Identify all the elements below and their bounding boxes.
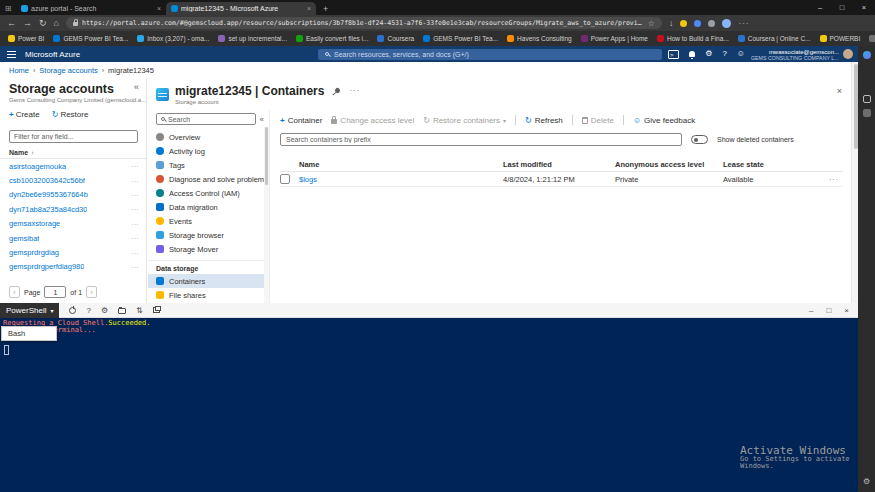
menu-item-activity-log[interactable]: Activity log — [148, 144, 269, 158]
name-column-header[interactable]: Name↑ — [0, 143, 146, 159]
window-minimize-button[interactable]: – — [809, 3, 831, 12]
sidebar-settings-gear-icon[interactable]: ⚙ — [863, 477, 870, 486]
reload-icon[interactable]: ↻ — [39, 19, 47, 28]
next-page-button[interactable]: › — [86, 286, 97, 298]
restore-button[interactable]: ↻Restore — [52, 110, 89, 119]
breadcrumb-storage-accounts[interactable]: Storage accounts — [39, 66, 97, 75]
row-more-icon[interactable]: ··· — [132, 206, 140, 212]
menu-item-events[interactable]: Events — [148, 214, 269, 228]
column-last-modified[interactable]: Last modified — [503, 160, 615, 169]
extensions-puzzle-icon[interactable] — [708, 20, 715, 27]
storage-account-link[interactable]: dyn71ab8a235a84cd30 — [9, 205, 87, 214]
refresh-button[interactable]: ↻Refresh — [525, 116, 563, 125]
bookmark-item[interactable]: set up incremental... — [218, 35, 287, 42]
portal-menu-icon[interactable] — [7, 51, 16, 58]
row-checkbox[interactable] — [280, 174, 290, 184]
portal-scrollbar[interactable] — [851, 62, 858, 303]
column-lease-state[interactable]: Lease state — [723, 160, 843, 169]
tab-close-icon[interactable]: × — [157, 5, 161, 12]
azure-search-box[interactable]: Search resources, services, and docs (G+… — [318, 49, 662, 60]
open-new-session-icon[interactable] — [153, 307, 160, 313]
back-icon[interactable]: ← — [7, 19, 16, 28]
give-feedback-button[interactable]: ☺Give feedback — [633, 116, 695, 125]
sidebar-search-icon[interactable] — [863, 95, 871, 103]
bookmark-item[interactable]: Havens Consulting — [507, 35, 572, 42]
account-info[interactable]: mwassociate@gemscon... GEMS CONSULTING C… — [739, 49, 839, 63]
menu-item-access-control[interactable]: Access Control (IAM) — [148, 186, 269, 200]
tab-close-icon[interactable]: × — [307, 5, 311, 12]
collapse-menu-icon[interactable]: « — [260, 115, 264, 124]
bookmark-item[interactable]: POWERBI — [820, 35, 861, 42]
previous-page-button[interactable]: ‹ — [9, 286, 20, 298]
container-search-input[interactable] — [280, 133, 682, 146]
filter-input[interactable] — [9, 130, 138, 143]
close-blade-icon[interactable]: × — [837, 86, 842, 96]
menu-search-box[interactable] — [156, 113, 256, 125]
window-maximize-button[interactable]: □ — [831, 3, 853, 12]
window-close-button[interactable]: × — [853, 3, 875, 12]
storage-account-link[interactable]: gemsibaf — [9, 234, 39, 243]
help-icon[interactable]: ? — [722, 50, 726, 58]
menu-item-tags[interactable]: Tags — [148, 158, 269, 172]
bookmark-item[interactable]: Register | Microsoft... — [869, 35, 875, 42]
settings-gear-icon[interactable]: ⚙ — [101, 306, 108, 315]
help-icon[interactable]: ? — [86, 306, 90, 315]
row-more-icon[interactable]: ··· — [132, 163, 140, 169]
change-access-level-button[interactable]: Change access level — [331, 116, 414, 125]
copilot-icon[interactable] — [863, 51, 871, 59]
column-name[interactable]: Name — [299, 160, 503, 169]
bookmark-item[interactable]: Power BI — [8, 35, 44, 42]
menu-item-data-migration[interactable]: Data migration — [148, 200, 269, 214]
container-row[interactable]: $logs 4/8/2024, 1:21:12 PM Private Avail… — [280, 172, 843, 187]
shell-option-bash[interactable]: Bash — [2, 327, 56, 340]
menu-item-containers[interactable]: Containers — [148, 274, 269, 288]
column-access-level[interactable]: Anonymous access level — [615, 160, 723, 169]
file-manager-icon[interactable] — [118, 308, 126, 314]
favorite-star-icon[interactable]: ☆ — [648, 19, 655, 28]
bookmark-item[interactable]: How to Build a Fina... — [657, 35, 729, 42]
storage-account-row[interactable]: dyn71ab8a235a84cd30··· — [0, 202, 146, 216]
storage-account-row[interactable]: gemsprdrgperfdiag980··· — [0, 260, 146, 274]
show-deleted-toggle[interactable] — [691, 135, 708, 144]
forward-icon[interactable]: → — [23, 19, 32, 28]
settings-gear-icon[interactable]: ⚙ — [705, 50, 712, 58]
storage-account-link[interactable]: gemsprdrgperfdiag980 — [9, 262, 84, 271]
restart-shell-icon[interactable] — [69, 307, 76, 314]
terminal-output[interactable]: Requesting a Cloud Shell.Succeeded. Conn… — [0, 318, 858, 492]
collapse-panel-icon[interactable]: « — [134, 82, 139, 92]
breadcrumb-home[interactable]: Home — [9, 66, 29, 75]
sidebar-tools-icon[interactable] — [863, 109, 871, 117]
terminal-maximize-icon[interactable]: □ — [826, 306, 831, 315]
storage-account-link[interactable]: dyn2be6e9955367664b — [9, 190, 88, 199]
menu-search-input[interactable] — [168, 116, 238, 123]
menu-item-storage-mover[interactable]: Storage Mover — [148, 242, 269, 256]
row-more-icon[interactable]: ··· — [132, 178, 140, 184]
row-more-icon[interactable]: ··· — [829, 176, 839, 183]
bookmark-item[interactable]: Power Apps | Home — [581, 35, 648, 42]
browser-tab-search[interactable]: azure portal - Search × — [16, 2, 166, 15]
menu-item-file-shares[interactable]: File shares — [148, 288, 269, 302]
bookmark-item[interactable]: GEMS Power BI Tea... — [423, 35, 498, 42]
row-more-icon[interactable]: ··· — [132, 250, 140, 256]
shell-selector[interactable]: PowerShell▾ — [0, 303, 59, 318]
storage-account-row[interactable]: gemsaxstorage··· — [0, 217, 146, 231]
browser-profile-avatar[interactable] — [722, 19, 731, 28]
extension-icon[interactable] — [694, 20, 701, 27]
terminal-minimize-icon[interactable]: – — [809, 306, 813, 315]
blade-more-icon[interactable]: ··· — [349, 86, 360, 95]
restore-containers-button[interactable]: ↻Restore containers▾ — [423, 116, 506, 125]
menu-item-overview[interactable]: Overview — [148, 130, 269, 144]
storage-account-link[interactable]: gemsprdrgdiag — [9, 248, 59, 257]
new-tab-button[interactable]: + — [323, 4, 328, 15]
storage-account-link[interactable]: gemsaxstorage — [9, 219, 60, 228]
storage-account-row[interactable]: gemsprdrgdiag··· — [0, 245, 146, 259]
menu-item-storage-browser[interactable]: Storage browser — [148, 228, 269, 242]
tab-actions-icon[interactable]: ⊞ — [0, 4, 16, 15]
azure-brand[interactable]: Microsoft Azure — [25, 50, 80, 59]
storage-account-row[interactable]: gemsibaf··· — [0, 231, 146, 245]
storage-account-row[interactable]: csb10032003642c56bf··· — [0, 173, 146, 187]
delete-button[interactable]: Delete — [582, 116, 614, 125]
address-bar[interactable]: https://portal.azure.com/#@gemscloud.app… — [66, 17, 662, 29]
notifications-bell-icon[interactable] — [689, 51, 695, 57]
account-avatar[interactable] — [843, 49, 853, 59]
